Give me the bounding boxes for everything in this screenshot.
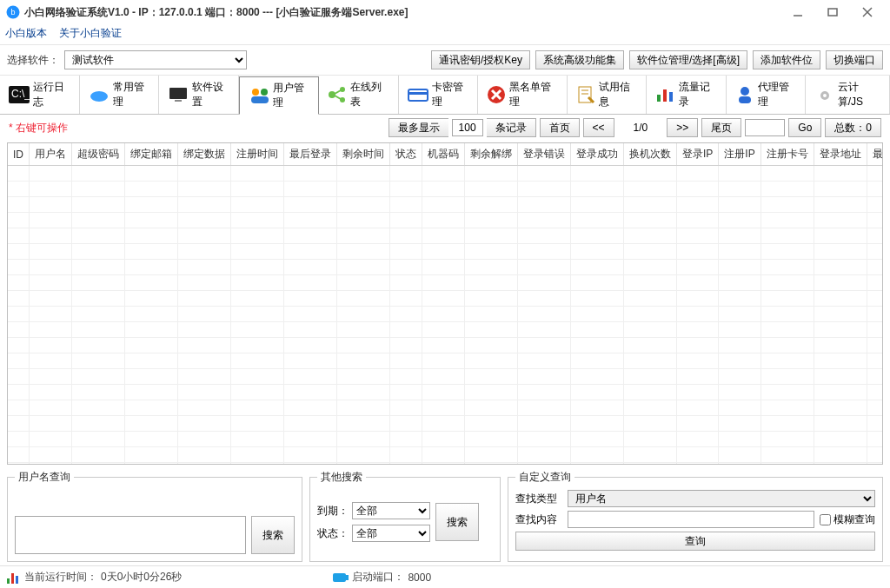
- select-software-label: 选择软件：: [7, 53, 59, 68]
- other-search-button[interactable]: 搜索: [435, 503, 479, 541]
- right-click-hint: * 右键可操作: [9, 121, 68, 135]
- svg-rect-34: [16, 576, 18, 584]
- fuzzy-search-checkbox[interactable]: 模糊查询: [820, 512, 875, 527]
- software-slot-manage-button[interactable]: 软件位管理/选择[高级]: [629, 50, 747, 69]
- tab-label: 常用管理: [113, 80, 150, 109]
- table-header-row: ID用户名超级密码绑定邮箱绑定数据注册时间最后登录剩余时间状态机器码剩余解绑登录…: [8, 143, 883, 166]
- table-row: [8, 369, 883, 385]
- svg-rect-19: [408, 89, 428, 101]
- table-column-header[interactable]: 注册时间: [231, 143, 284, 166]
- tab-card-manage[interactable]: 卡密管理: [399, 76, 479, 114]
- table-column-header[interactable]: 登录地址: [814, 143, 867, 166]
- group-legend: 其他搜索: [317, 470, 366, 485]
- user-table[interactable]: ID用户名超级密码绑定邮箱绑定数据注册时间最后登录剩余时间状态机器码剩余解绑登录…: [7, 142, 883, 465]
- table-column-header[interactable]: 换机次数: [624, 143, 677, 166]
- tab-user-manage[interactable]: 用户管理: [239, 76, 320, 115]
- table-column-header[interactable]: 剩余解绑: [465, 143, 518, 166]
- other-search-group: 其他搜索 到期：全部 状态：全部 搜索: [309, 470, 501, 562]
- maximize-button[interactable]: [815, 1, 850, 23]
- table-column-header[interactable]: 注册IP: [719, 143, 760, 166]
- page-position: 1/0: [618, 122, 664, 134]
- table-row: [8, 463, 883, 466]
- svg-rect-27: [657, 95, 661, 102]
- svg-rect-9: [169, 88, 187, 99]
- tab-cloud-js[interactable]: 云计算/JS: [806, 76, 890, 114]
- table-column-header[interactable]: 登录IP: [677, 143, 719, 166]
- page-goto-input[interactable]: [745, 119, 785, 136]
- table-column-header[interactable]: 绑定数据: [178, 143, 231, 166]
- software-select[interactable]: 测试软件: [64, 50, 247, 69]
- tab-online-list[interactable]: 在线列表: [319, 76, 399, 114]
- svg-point-30: [741, 87, 749, 96]
- table-column-header[interactable]: 超级密码: [72, 143, 125, 166]
- link-icon: [814, 84, 834, 105]
- custom-search-button[interactable]: 查询: [515, 532, 875, 551]
- table-column-header[interactable]: 最后登录: [284, 143, 337, 166]
- pager: 最多显示 条记录 首页 << 1/0 >> 尾页 Go 总数：0: [389, 118, 881, 137]
- table-column-header[interactable]: 登录成功: [571, 143, 624, 166]
- group-legend: 自定义查询: [515, 470, 575, 485]
- search-content-input[interactable]: [568, 511, 814, 528]
- total-label: 总数：0: [825, 118, 881, 137]
- search-panels: 用户名查询 搜索 其他搜索 到期：全部 状态：全部 搜索 自定义查询 查找类型 …: [0, 470, 890, 565]
- menu-version[interactable]: 小白版本: [5, 26, 47, 41]
- max-show-input[interactable]: [452, 119, 483, 136]
- tab-label: 在线列表: [350, 80, 389, 109]
- status-select[interactable]: 全部: [352, 525, 430, 542]
- svg-rect-13: [251, 96, 269, 103]
- table-column-header[interactable]: 最后充值: [867, 143, 883, 166]
- advanced-features-button[interactable]: 系统高级功能集: [535, 50, 624, 69]
- expire-label: 到期：: [317, 504, 349, 519]
- first-page-button[interactable]: 首页: [540, 118, 580, 137]
- switch-port-button[interactable]: 切换端口: [826, 50, 883, 69]
- username-search-input[interactable]: [15, 516, 246, 554]
- next-page-button[interactable]: >>: [667, 118, 698, 137]
- table-column-header[interactable]: ID: [8, 143, 30, 166]
- table-row: [8, 260, 883, 275]
- table-row: [8, 244, 883, 260]
- svg-rect-28: [663, 89, 667, 102]
- username-search-group: 用户名查询 搜索: [7, 470, 302, 562]
- table-column-header[interactable]: 剩余时间: [337, 143, 390, 166]
- tab-traffic-log[interactable]: 流量记录: [647, 76, 727, 114]
- expire-select[interactable]: 全部: [352, 502, 430, 519]
- svg-rect-31: [739, 96, 751, 103]
- tab-label: 用户管理: [273, 81, 310, 110]
- custom-search-group: 自定义查询 查找类型 用户名 查找内容 模糊查询 查询: [508, 470, 883, 562]
- cloud-icon: [89, 84, 110, 105]
- tab-label: 运行日志: [33, 80, 70, 109]
- tab-common-manage[interactable]: 常用管理: [80, 76, 160, 114]
- svg-line-17: [335, 90, 341, 94]
- prev-page-button[interactable]: <<: [583, 118, 614, 137]
- go-button[interactable]: Go: [788, 118, 821, 137]
- search-type-select[interactable]: 用户名: [568, 490, 875, 507]
- tab-run-log[interactable]: C:\_运行日志: [0, 76, 80, 114]
- users-icon: [249, 85, 269, 106]
- table-column-header[interactable]: 用户名: [30, 143, 72, 166]
- minimize-button[interactable]: [780, 1, 815, 23]
- svg-point-14: [329, 91, 335, 98]
- group-legend: 用户名查询: [15, 470, 74, 485]
- menu-about[interactable]: 关于小白验证: [59, 26, 122, 41]
- add-software-slot-button[interactable]: 添加软件位: [753, 50, 820, 69]
- table-column-header[interactable]: 状态: [390, 143, 422, 166]
- tab-software-settings[interactable]: 软件设置: [159, 76, 239, 114]
- tab-blacklist[interactable]: 黑名单管理: [478, 76, 568, 114]
- username-search-button[interactable]: 搜索: [251, 516, 295, 554]
- status-bar: 当前运行时间：0天0小时0分26秒 启动端口：8000: [0, 565, 890, 588]
- table-column-header[interactable]: 绑定邮箱: [125, 143, 178, 166]
- max-show-label: 最多显示: [389, 118, 448, 137]
- table-column-header[interactable]: 登录错误: [518, 143, 571, 166]
- tab-trial-info[interactable]: 试用信息: [568, 76, 648, 114]
- table-row: [8, 447, 883, 463]
- table-column-header[interactable]: 机器码: [422, 143, 465, 166]
- window-title: 小白网络验证系统V1.0 - IP：127.0.0.1 端口：8000 --- …: [24, 5, 408, 20]
- runtime-status: 当前运行时间：0天0小时0分26秒: [7, 570, 182, 585]
- tab-agent-manage[interactable]: 代理管理: [727, 76, 807, 114]
- table-column-header[interactable]: 注册卡号: [760, 143, 814, 166]
- close-button[interactable]: [850, 1, 885, 23]
- last-page-button[interactable]: 尾页: [701, 118, 741, 137]
- error-icon: [487, 84, 506, 105]
- comm-key-button[interactable]: 通讯密钥/授权Key: [431, 50, 530, 69]
- table-row: [8, 307, 883, 322]
